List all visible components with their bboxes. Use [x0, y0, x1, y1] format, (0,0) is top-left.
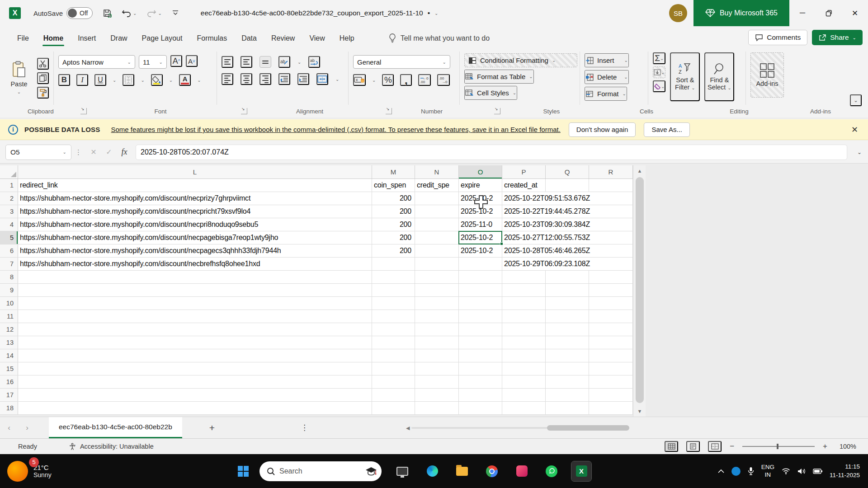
scroll-up-icon[interactable]: ▲: [633, 165, 646, 176]
cell-N10[interactable]: [415, 297, 459, 310]
bottom-align-button[interactable]: [259, 56, 271, 68]
cell-L9[interactable]: [18, 284, 372, 296]
tab-draw[interactable]: Draw: [103, 30, 134, 48]
cell-O6[interactable]: 2025-10-2: [459, 244, 502, 257]
collapse-ribbon-icon[interactable]: ⌄: [850, 94, 862, 106]
cell-R8[interactable]: [589, 271, 633, 283]
align-right-button[interactable]: [259, 73, 271, 85]
cell-L4[interactable]: https://shubham-nector-store.myshopify.c…: [18, 218, 372, 231]
tab-view[interactable]: View: [302, 30, 332, 48]
cell-N12[interactable]: [415, 323, 459, 336]
cancel-entry-icon[interactable]: ✕: [86, 148, 101, 156]
cell-P8[interactable]: [502, 271, 546, 283]
wrap-text-button[interactable]: ab: [308, 56, 320, 68]
quick-access-customize-icon[interactable]: [172, 10, 179, 16]
cell-O9[interactable]: [459, 284, 502, 296]
cell-P9[interactable]: [502, 284, 546, 296]
cell-L11[interactable]: [18, 310, 372, 323]
cell-L2[interactable]: https://shubham-nector-store.myshopify.c…: [18, 192, 372, 205]
comma-style-button[interactable]: ,: [400, 74, 412, 86]
cell-Q10[interactable]: [546, 297, 589, 310]
zoom-in-icon[interactable]: +: [823, 442, 827, 451]
volume-icon[interactable]: [797, 468, 806, 475]
cell-O4[interactable]: 2025-11-0: [459, 218, 502, 231]
minimize-button[interactable]: ─: [789, 0, 816, 26]
tab-help[interactable]: Help: [332, 30, 362, 48]
cell-R1[interactable]: [589, 179, 633, 192]
sort-filter-button[interactable]: AZ Sort &Filter ⌄: [670, 52, 700, 101]
cell-M7[interactable]: [372, 258, 415, 270]
accounting-format-button[interactable]: ¢: [353, 74, 366, 86]
save-as-button[interactable]: Save As...: [644, 122, 690, 137]
row-header-11[interactable]: 11: [0, 310, 18, 323]
cell-N15[interactable]: [415, 362, 459, 375]
cell-L6[interactable]: https://shubham-nector-store.myshopify.c…: [18, 244, 372, 257]
delete-cells-button[interactable]: Delete⌄: [585, 70, 629, 84]
tab-formulas[interactable]: Formulas: [189, 30, 234, 48]
cell-P6[interactable]: 2025-10-28T05:46:46.265Z: [502, 244, 633, 257]
cell-Q8[interactable]: [546, 271, 589, 283]
cell-M11[interactable]: [372, 310, 415, 323]
orientation-button[interactable]: ab: [278, 56, 290, 68]
copy-button[interactable]: [37, 72, 49, 84]
cell-P2[interactable]: 2025-10-22T09:51:53.676Z: [502, 192, 633, 205]
align-center-button[interactable]: [241, 73, 252, 85]
underline-dropdown-icon[interactable]: ⌄: [113, 78, 116, 83]
cell-P18[interactable]: [502, 402, 546, 414]
cell-Q11[interactable]: [546, 310, 589, 323]
column-header-O[interactable]: O: [459, 165, 502, 178]
conditional-formatting-button[interactable]: Conditional Formatting⌄: [464, 53, 577, 67]
borders-button[interactable]: [123, 74, 134, 86]
top-align-button[interactable]: [222, 56, 233, 68]
tab-file[interactable]: File: [10, 30, 36, 48]
insert-function-icon[interactable]: fx: [117, 147, 132, 157]
cell-O12[interactable]: [459, 323, 502, 336]
cell-L7[interactable]: https://shubham-nector-store.myshopify.c…: [18, 258, 372, 270]
cell-P5[interactable]: 2025-10-27T12:00:55.753Z: [502, 231, 633, 244]
cell-M9[interactable]: [372, 284, 415, 296]
paste-dropdown-icon[interactable]: ⌄: [17, 89, 21, 94]
avatar[interactable]: SB: [669, 4, 687, 22]
excel-app-icon[interactable]: X: [9, 7, 21, 19]
cell-R18[interactable]: [589, 402, 633, 414]
format-cells-button[interactable]: Format⌄: [585, 87, 627, 101]
cell-M6[interactable]: 200: [372, 244, 415, 257]
dialog-launcher-icon-clipboard[interactable]: [80, 108, 87, 114]
zoom-level[interactable]: 100%: [835, 443, 856, 450]
whatsapp-icon[interactable]: [542, 461, 561, 481]
increase-indent-button[interactable]: [297, 73, 309, 85]
increase-decimal-button[interactable]: ←0.00: [418, 74, 431, 86]
row-header-5[interactable]: 5: [0, 231, 18, 244]
font-color-button[interactable]: A: [179, 74, 191, 86]
monitor-icon[interactable]: [392, 461, 412, 481]
scroll-left-icon[interactable]: ◀: [406, 425, 410, 431]
cell-M12[interactable]: [372, 323, 415, 336]
cell-N2[interactable]: [415, 192, 459, 205]
cell-L1[interactable]: redirect_link: [18, 179, 372, 192]
language-indicator[interactable]: ENG IN: [761, 464, 774, 479]
redo-dropdown-icon[interactable]: ⌄: [158, 11, 161, 16]
cell-Q12[interactable]: [546, 323, 589, 336]
format-as-table-button[interactable]: Format as Table⌄: [464, 70, 534, 84]
italic-button[interactable]: I: [76, 74, 88, 86]
column-header-M[interactable]: M: [372, 165, 415, 178]
font-color-dropdown-icon[interactable]: ⌄: [197, 78, 201, 83]
sheet-options-icon[interactable]: ⋮: [301, 423, 309, 432]
cell-O8[interactable]: [459, 271, 502, 283]
cell-M15[interactable]: [372, 362, 415, 375]
fill-color-dropdown-icon[interactable]: ⌄: [169, 78, 173, 83]
cell-O10[interactable]: [459, 297, 502, 310]
media-icon[interactable]: [512, 461, 532, 481]
cell-N14[interactable]: [415, 349, 459, 362]
cell-O13[interactable]: [459, 336, 502, 349]
row-header-15[interactable]: 15: [0, 362, 18, 375]
title-dropdown-icon[interactable]: ⌄: [434, 11, 438, 16]
underline-button[interactable]: U: [94, 74, 106, 86]
format-painter-button[interactable]: [37, 87, 49, 99]
cell-styles-button[interactable]: Cell Styles⌄: [464, 86, 517, 100]
row-header-18[interactable]: 18: [0, 402, 18, 414]
tell-me-box[interactable]: Tell me what you want to do: [389, 33, 490, 48]
row-header-9[interactable]: 9: [0, 284, 18, 296]
fill-button[interactable]: ⌄: [653, 66, 665, 78]
row-header-10[interactable]: 10: [0, 297, 18, 310]
